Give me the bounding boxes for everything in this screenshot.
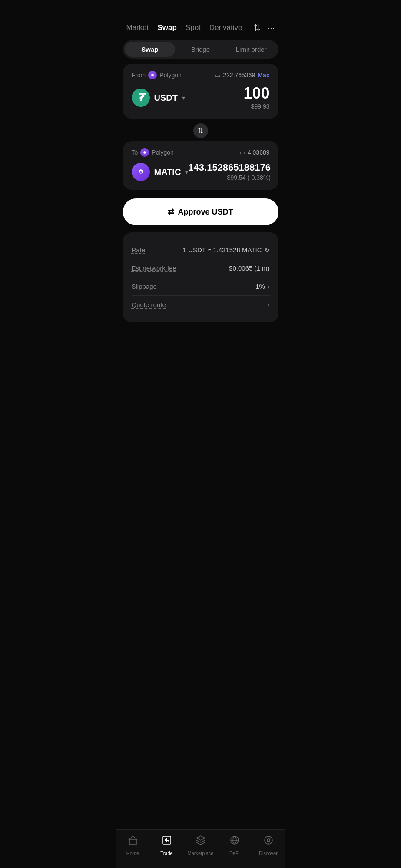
to-token-chevron: ▾ [185, 168, 188, 175]
bottom-nav-defi-label: DeFi [229, 851, 239, 856]
from-token-chevron: ▾ [182, 94, 185, 101]
bottom-nav-marketplace-label: Marketplace [188, 851, 214, 856]
top-navigation: Market Swap Spot Derivative ⇅ ··· [116, 0, 285, 40]
to-token-row: MATIC ▾ 143.152865188176 $99.54 (-0.38%) [132, 163, 270, 181]
nav-market[interactable]: Market [126, 23, 149, 32]
quote-route-row[interactable]: Quote route › [132, 296, 270, 314]
bottom-nav-marketplace[interactable]: Marketplace [188, 835, 214, 856]
from-balance: ▭ 222.765369 Max [215, 72, 269, 79]
matic-logo [132, 163, 150, 181]
from-token-name: USDT [154, 93, 178, 103]
to-amount-usd: $99.54 (-0.38%) [188, 174, 271, 181]
nav-swap[interactable]: Swap [157, 23, 176, 32]
bottom-nav-home-label: Home [126, 851, 139, 856]
network-fee-label: Est network fee [132, 264, 176, 272]
to-token-name: MATIC [154, 167, 181, 177]
svg-rect-3 [129, 839, 136, 845]
wallet-icon: ▭ [215, 72, 220, 79]
bottom-nav-home[interactable]: Home [120, 835, 146, 856]
rate-value: 1 USDT ≈ 1.431528 MATIC ↻ [183, 246, 270, 254]
more-icon[interactable]: ··· [268, 23, 275, 33]
slippage-chevron: › [268, 283, 270, 290]
info-card: Rate 1 USDT ≈ 1.431528 MATIC ↻ Est netwo… [123, 232, 278, 322]
swap-direction-button[interactable]: ⇅ [192, 122, 209, 139]
usdt-logo: ₮ [132, 89, 150, 107]
to-network-icon [140, 148, 149, 157]
nav-spot[interactable]: Spot [186, 23, 201, 32]
quote-route-label: Quote route [132, 301, 166, 308]
to-wallet-icon: ▭ [240, 149, 245, 156]
discover-icon [263, 835, 274, 848]
max-button[interactable]: Max [258, 72, 269, 79]
nav-derivative[interactable]: Derivative [209, 23, 242, 32]
tab-limit-order[interactable]: Limit order [226, 42, 277, 57]
network-fee-row: Est network fee $0.0065 (1 m) [132, 259, 270, 277]
from-amount-col: 100 $99.93 [243, 86, 269, 110]
from-card-header: From Polygon ▭ 222.765369 Max [132, 71, 270, 79]
bottom-nav-discover-label: Discover [259, 851, 278, 856]
bottom-nav-trade[interactable]: Trade [154, 835, 180, 856]
to-label: To Polygon [132, 148, 174, 157]
home-icon [128, 835, 138, 848]
from-amount[interactable]: 100 [243, 86, 269, 101]
marketplace-icon [196, 835, 206, 848]
to-amount: 143.152865188176 [188, 163, 271, 172]
from-label: From Polygon [132, 71, 182, 79]
bottom-nav-defi[interactable]: DeFi [222, 835, 248, 856]
quote-route-chevron: › [268, 301, 270, 308]
slippage-row[interactable]: Slippage 1% › [132, 277, 270, 296]
quote-route-value: › [268, 301, 270, 308]
tab-bridge[interactable]: Bridge [175, 42, 226, 57]
to-card-header: To Polygon ▭ 4.03689 [132, 148, 270, 157]
svg-point-7 [265, 836, 272, 844]
approve-button[interactable]: ⇄ Approve USDT [123, 198, 278, 225]
from-network-name: Polygon [159, 72, 182, 79]
from-network-icon [148, 71, 157, 79]
slippage-label: Slippage [132, 283, 157, 290]
sub-tab-bar: Swap Bridge Limit order [123, 40, 278, 59]
network-fee-value: $0.0065 (1 m) [229, 264, 269, 272]
to-card: To Polygon ▭ 4.03689 MATIC [123, 141, 278, 190]
slippage-value: 1% › [255, 283, 269, 290]
rate-row: Rate 1 USDT ≈ 1.431528 MATIC ↻ [132, 241, 270, 259]
swap-arrows-icon: ⇅ [197, 126, 204, 135]
to-amount-col: 143.152865188176 $99.54 (-0.38%) [188, 163, 271, 181]
to-token-selector[interactable]: MATIC ▾ [132, 163, 189, 181]
from-card: From Polygon ▭ 222.765369 Max ₮ USDT ▾ 1… [123, 64, 278, 119]
from-token-selector[interactable]: ₮ USDT ▾ [132, 89, 185, 107]
to-balance: ▭ 4.03689 [240, 149, 270, 156]
defi-icon [229, 835, 240, 848]
bottom-nav-trade-label: Trade [160, 851, 172, 856]
filter-icon[interactable]: ⇅ [253, 23, 261, 33]
tab-swap[interactable]: Swap [125, 42, 176, 57]
approve-icon: ⇄ [168, 207, 174, 217]
bottom-navigation: Home Trade Marketplace [116, 829, 285, 868]
from-amount-usd: $99.93 [243, 103, 269, 110]
refresh-icon[interactable]: ↻ [265, 247, 270, 254]
from-token-row: ₮ USDT ▾ 100 $99.93 [132, 86, 270, 110]
approve-label: Approve USDT [178, 208, 233, 217]
swap-direction: ⇅ [116, 122, 285, 139]
nav-actions: ⇅ ··· [253, 23, 275, 33]
trade-icon [162, 835, 172, 848]
bottom-nav-discover[interactable]: Discover [255, 835, 282, 856]
to-network-name: Polygon [152, 149, 174, 156]
rate-label: Rate [132, 246, 146, 254]
